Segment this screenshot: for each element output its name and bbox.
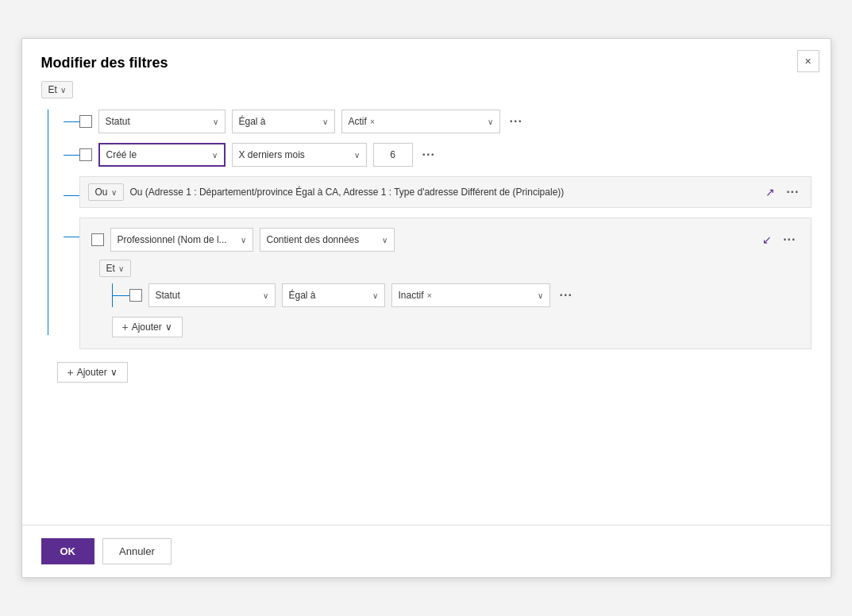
expand-icon[interactable]: ↗ <box>764 184 777 200</box>
chevron-down-icon: ∨ <box>241 236 246 244</box>
chevron-down-icon: ∨ <box>165 321 172 333</box>
chevron-down-icon: ∨ <box>382 236 387 244</box>
dialog-footer: OK Annuler <box>22 525 831 577</box>
filter-row-cree: Créé le ∨ X derniers mois ∨ ··· <box>57 143 812 167</box>
chevron-down-icon: ∨ <box>213 117 218 126</box>
sub-filter-area: Statut ∨ Égal à ∨ Inactif × <box>91 283 800 307</box>
dialog-title: Modifier des filtres <box>41 55 812 71</box>
chevron-down-icon: ∨ <box>263 291 268 300</box>
main-add-button[interactable]: + Ajouter ∨ <box>57 362 128 383</box>
checkbox-cree[interactable] <box>79 148 92 161</box>
filter-dialog: Modifier des filtres × Et ∨ Statut ∨ Éga… <box>21 38 831 578</box>
close-button[interactable]: × <box>797 50 819 72</box>
sub-checkbox-statut[interactable] <box>129 289 142 302</box>
sub-row-statut: Statut ∨ Égal à ∨ Inactif × <box>129 283 800 307</box>
top-operator-row: Et ∨ <box>41 81 812 98</box>
h-line-nested <box>64 237 79 237</box>
nested-group: Professionnel (Nom de l... ∨ Contient de… <box>79 218 812 349</box>
operator-selector-statut[interactable]: Égal à ∨ <box>232 110 335 133</box>
sub-tag-close-icon[interactable]: × <box>427 291 432 300</box>
sub-operator-row: Et ∨ <box>91 260 800 277</box>
field-selector-professionnel[interactable]: Professionnel (Nom de l... ∨ <box>110 228 253 252</box>
chevron-down-icon: ∨ <box>488 117 493 126</box>
chevron-down-icon: ∨ <box>372 291 378 300</box>
chevron-down-icon: ∨ <box>322 117 328 126</box>
collapse-icon[interactable]: ↙ <box>761 232 773 248</box>
value-field-statut[interactable]: Actif × ∨ <box>341 110 500 133</box>
more-options-nested[interactable]: ··· <box>780 233 799 247</box>
sub-more-options[interactable]: ··· <box>557 288 576 302</box>
value-tag-actif: Actif × <box>349 116 376 127</box>
vertical-line <box>48 110 48 335</box>
operator-selector-professionnel[interactable]: Contient des données ∨ <box>260 228 395 252</box>
sub-et-button[interactable]: Et ∨ <box>99 260 131 277</box>
ou-description: Ou (Adresse 1 : Département/province Éga… <box>130 187 758 198</box>
ou-row: Ou ∨ Ou (Adresse 1 : Département/provinc… <box>79 176 812 208</box>
sub-value-statut[interactable]: Inactif × ∨ <box>391 283 550 307</box>
main-filter-area: Statut ∨ Égal à ∨ Actif × ∨ ··· Créé le <box>41 110 812 383</box>
field-selector-cree[interactable]: Créé le ∨ <box>98 143 226 167</box>
inner-add-area: + Ajouter ∨ <box>91 317 800 337</box>
checkbox-statut[interactable] <box>79 115 92 128</box>
value-input-cree[interactable] <box>373 143 413 167</box>
h-line-1 <box>64 121 79 122</box>
sub-hline <box>112 295 129 296</box>
ok-button[interactable]: OK <box>41 538 95 564</box>
h-line-ou <box>64 195 79 196</box>
main-add-label: Ajouter <box>77 367 107 378</box>
more-options-button-2[interactable]: ··· <box>419 148 438 162</box>
operator-selector-cree[interactable]: X derniers mois ∨ <box>232 143 367 167</box>
chevron-down-icon: ∨ <box>118 264 124 273</box>
tag-close-icon[interactable]: × <box>370 117 375 126</box>
sub-field-statut[interactable]: Statut ∨ <box>148 283 276 307</box>
close-icon: × <box>804 55 811 67</box>
plus-icon: + <box>122 321 129 333</box>
main-add-area: + Ajouter ∨ <box>57 362 812 383</box>
inner-add-button[interactable]: + Ajouter ∨ <box>112 317 183 337</box>
chevron-down-icon: ∨ <box>538 291 543 300</box>
chevron-down-icon: ∨ <box>354 151 360 160</box>
nested-group-header: Professionnel (Nom de l... ∨ Contient de… <box>91 228 800 252</box>
chevron-down-icon: ∨ <box>60 86 66 94</box>
sub-value-tag-inactif: Inactif × <box>399 290 432 301</box>
top-et-button[interactable]: Et ∨ <box>41 81 73 98</box>
sub-row-inner: Statut ∨ Égal à ∨ Inactif × <box>129 283 800 307</box>
more-options-ou[interactable]: ··· <box>783 185 802 199</box>
chevron-down-icon: ∨ <box>212 151 218 160</box>
plus-icon: + <box>67 366 74 379</box>
more-options-button-1[interactable]: ··· <box>507 114 526 129</box>
inner-add-label: Ajouter <box>132 321 162 333</box>
chevron-down-icon: ∨ <box>111 188 117 197</box>
field-selector-statut[interactable]: Statut ∨ <box>98 110 226 133</box>
chevron-down-icon: ∨ <box>110 367 118 378</box>
sub-operator-statut[interactable]: Égal à ∨ <box>282 283 385 307</box>
ou-operator-button[interactable]: Ou ∨ <box>88 183 124 201</box>
h-line-2 <box>64 155 79 156</box>
checkbox-professionnel[interactable] <box>91 233 104 246</box>
filter-row-statut: Statut ∨ Égal à ∨ Actif × ∨ ··· <box>57 110 812 133</box>
ou-section: Ou ∨ Ou (Adresse 1 : Département/provinc… <box>57 176 812 208</box>
cancel-button[interactable]: Annuler <box>102 538 172 564</box>
nested-group-section: Professionnel (Nom de l... ∨ Contient de… <box>57 218 812 349</box>
